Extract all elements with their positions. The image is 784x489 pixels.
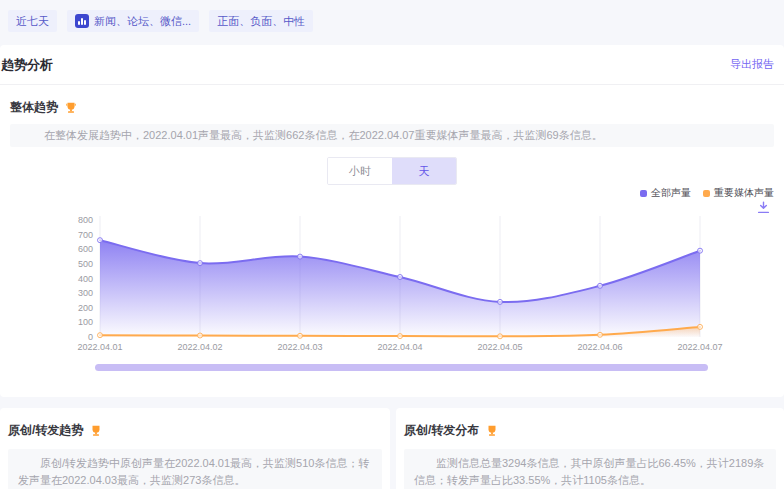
svg-text:200: 200: [78, 303, 93, 313]
export-report-link[interactable]: 导出报告: [730, 57, 774, 72]
legend-swatch-orange: [703, 190, 710, 197]
svg-text:600: 600: [78, 244, 93, 254]
svg-text:2022.04.01: 2022.04.01: [77, 342, 122, 352]
panel-header: 趋势分析 导出报告: [0, 45, 784, 85]
trophy-icon: [64, 101, 78, 115]
trophy-icon: [485, 424, 499, 438]
svg-text:2022.04.05: 2022.04.05: [477, 342, 522, 352]
toggle-hour-button[interactable]: 小时: [328, 158, 392, 184]
filter-chip-label: 正面、负面、中性: [217, 14, 305, 29]
filter-chip-date-range[interactable]: 近七天: [8, 10, 57, 32]
card-summary: 原创/转发趋势中原创声量在2022.04.01最高，共监测510条信息；转发声量…: [8, 449, 382, 489]
svg-text:100: 100: [78, 317, 93, 327]
page-title: 趋势分析: [1, 56, 53, 74]
svg-text:300: 300: [78, 288, 93, 298]
svg-text:2022.04.07: 2022.04.07: [677, 342, 722, 352]
svg-text:2022.04.04: 2022.04.04: [377, 342, 422, 352]
originals-reposts-trend-card: 原创/转发趋势 原创/转发趋势中原创声量在2022.04.01最高，共监测510…: [0, 408, 390, 489]
card-summary: 监测信息总量3294条信息，其中原创声量占比66.45%，共计2189条信息；转…: [404, 449, 776, 489]
svg-text:2022.04.03: 2022.04.03: [277, 342, 322, 352]
filter-chip-sources[interactable]: 新闻、论坛、微信...: [67, 10, 199, 32]
svg-text:2022.04.06: 2022.04.06: [577, 342, 622, 352]
svg-text:0: 0: [88, 332, 93, 342]
card-title: 原创/转发分布: [404, 422, 479, 439]
originals-reposts-distribution-card: 原创/转发分布 监测信息总量3294条信息，其中原创声量占比66.45%，共计2…: [396, 408, 784, 489]
card-header: 原创/转发分布: [396, 408, 784, 449]
toggle-day-button[interactable]: 天: [392, 158, 456, 184]
svg-text:800: 800: [78, 215, 93, 225]
card-header: 原创/转发趋势: [0, 408, 390, 449]
card-title: 原创/转发趋势: [8, 422, 83, 439]
filter-chip-sentiment[interactable]: 正面、负面、中性: [209, 10, 313, 32]
filter-chip-label: 新闻、论坛、微信...: [94, 14, 191, 29]
svg-text:500: 500: [78, 259, 93, 269]
overall-trend-summary: 在整体发展趋势中，2022.04.01声量最高，共监测662条信息，在2022.…: [10, 124, 774, 147]
media-source-icon: [75, 14, 89, 28]
svg-text:700: 700: [78, 230, 93, 240]
filter-bar: 近七天 新闻、论坛、微信... 正面、负面、中性: [8, 10, 313, 32]
legend-swatch-purple: [640, 190, 647, 197]
granularity-toggle-wrap: 小时 天: [0, 157, 784, 185]
svg-text:400: 400: [78, 274, 93, 284]
filter-chip-label: 近七天: [16, 14, 49, 29]
trophy-icon: [89, 424, 103, 438]
overall-trend-header: 整体趋势: [0, 85, 784, 124]
overall-trend-title: 整体趋势: [10, 99, 58, 116]
trend-area-chart[interactable]: 01002003004005006007008002022.04.012022.…: [0, 198, 784, 358]
datazoom-slider[interactable]: [95, 364, 708, 371]
granularity-toggle: 小时 天: [327, 157, 457, 185]
svg-text:2022.04.02: 2022.04.02: [177, 342, 222, 352]
